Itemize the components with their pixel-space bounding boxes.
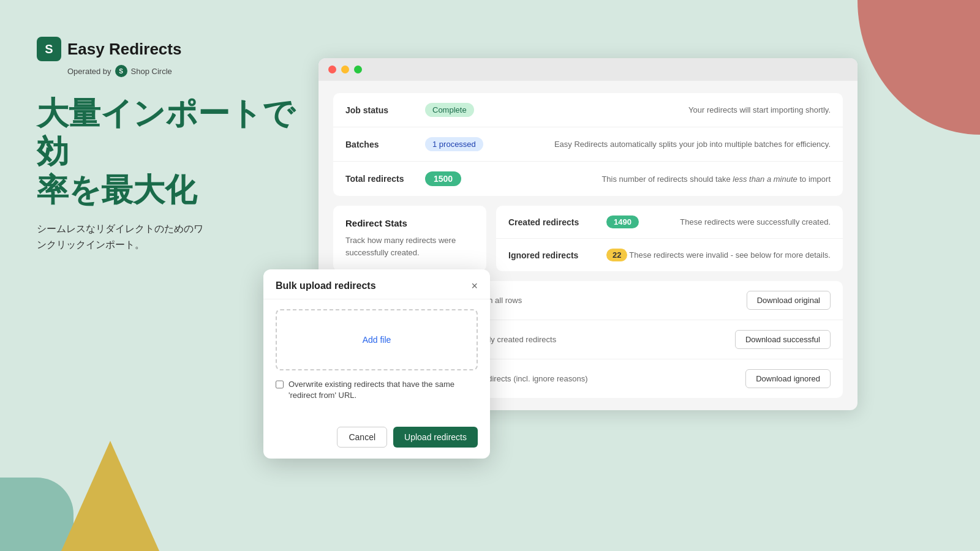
stats-title: Redirect Stats [345, 218, 474, 228]
created-redirects-label: Created redirects [508, 217, 606, 227]
traffic-light-red[interactable] [328, 66, 336, 73]
shop-circle-icon: S [115, 65, 127, 77]
stats-desc: Track how many redirects were successful… [345, 234, 474, 258]
created-redirects-desc: These redirects were successfully create… [680, 217, 831, 227]
traffic-light-green[interactable] [354, 66, 362, 73]
download-successful-button[interactable]: Download successful [735, 330, 831, 349]
total-redirects-badge: 1500 [425, 171, 461, 186]
hero-subtitle: シームレスなリダイレクトのためのワンクリックインポート。 [37, 221, 318, 252]
total-redirects-row: Total redirects 1500 This number of redi… [333, 162, 843, 196]
job-status-badge: Complete [425, 103, 474, 117]
modal-footer: Cancel Upload redirects [263, 421, 490, 459]
traffic-light-yellow[interactable] [341, 66, 349, 73]
left-panel: S Easy Redirects Operated by S Shop Circ… [37, 37, 318, 252]
logo-text: Easy Redirects [67, 40, 181, 59]
batches-badge: 1 processed [425, 137, 483, 151]
operated-by: Operated by S Shop Circle [67, 65, 318, 77]
stats-left-panel: Redirect Stats Track how many redirects … [333, 206, 486, 271]
job-status-label: Job status [345, 105, 425, 115]
ignored-redirects-row: Ignored redirects 22 These redirects wer… [496, 239, 843, 271]
download-original-button[interactable]: Download original [747, 291, 831, 310]
overwrite-checkbox[interactable] [276, 380, 284, 389]
modal-body: Add file Overwrite existing redirects th… [263, 299, 490, 421]
bulk-upload-modal[interactable]: Bulk upload redirects × Add file Overwri… [263, 269, 490, 459]
add-file-button[interactable]: Add file [363, 335, 391, 345]
overwrite-label: Overwrite existing redirects that have t… [288, 379, 478, 401]
modal-close-button[interactable]: × [471, 280, 478, 291]
download-ignored-button[interactable]: Download ignored [745, 369, 831, 388]
logo-initial: S [45, 42, 53, 56]
bg-shape-bottom-left-teal [0, 478, 74, 551]
modal-header: Bulk upload redirects × [263, 269, 490, 299]
ignored-redirects-count: 22 [606, 249, 627, 261]
job-status-row: Job status Complete Your redirects will … [333, 93, 843, 127]
bg-shape-top-right [858, 0, 980, 135]
batches-label: Batches [345, 140, 425, 149]
ignored-redirects-label: Ignored redirects [508, 250, 606, 260]
batches-row: Batches 1 processed Easy Redirects autom… [333, 127, 843, 162]
shop-circle-initial: S [119, 68, 123, 75]
logo-icon: S [37, 37, 61, 61]
batches-desc: Easy Redirects automatically splits your… [554, 140, 831, 149]
stats-section: Redirect Stats Track how many redirects … [333, 206, 843, 271]
total-redirects-label: Total redirects [345, 174, 425, 184]
cancel-button[interactable]: Cancel [337, 427, 387, 448]
shop-circle-label: Shop Circle [131, 67, 172, 76]
bg-shape-bottom-left-yellow [61, 441, 159, 551]
modal-title: Bulk upload redirects [276, 280, 376, 291]
overwrite-row: Overwrite existing redirects that have t… [276, 379, 478, 401]
total-redirects-desc: This number of redirects should take les… [601, 174, 831, 184]
job-status-desc: Your redirects will start importing shor… [688, 105, 831, 114]
stats-right-panel: Created redirects 1490 These redirects w… [496, 206, 843, 271]
upload-redirects-button[interactable]: Upload redirects [393, 427, 478, 448]
created-redirects-row: Created redirects 1490 These redirects w… [496, 206, 843, 239]
job-status-card: Job status Complete Your redirects will … [333, 93, 843, 196]
browser-chrome [318, 58, 858, 81]
created-redirects-count: 1490 [606, 216, 639, 228]
ignored-redirects-desc: These redirects were invalid - see below… [629, 250, 831, 260]
logo-area: S Easy Redirects [37, 37, 318, 61]
hero-title: 大量インポートで効率を最大化 [37, 94, 318, 209]
operated-by-text: Operated by [67, 67, 111, 76]
file-drop-zone[interactable]: Add file [276, 309, 478, 370]
